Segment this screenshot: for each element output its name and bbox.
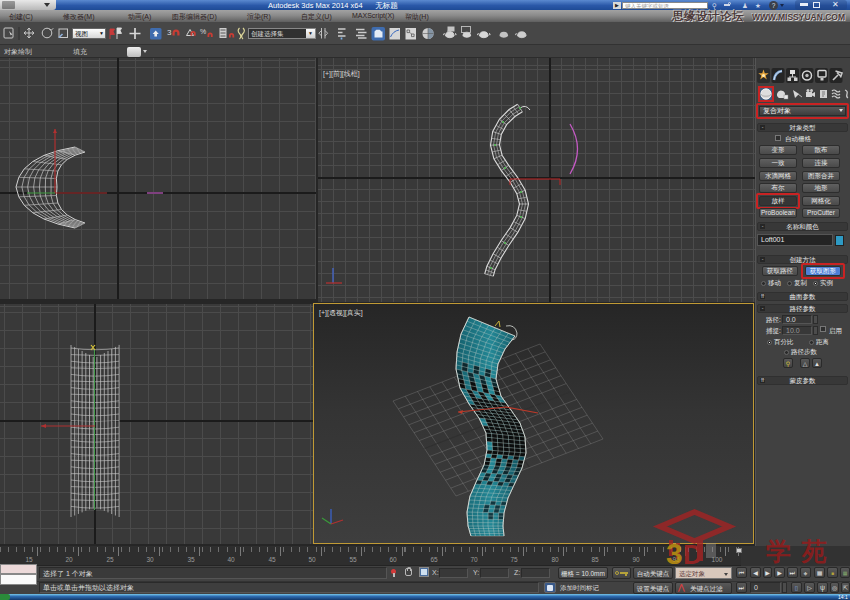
svg-text:%: % (200, 28, 206, 35)
svg-text:D: D (683, 540, 703, 570)
svg-text:3: 3 (167, 28, 172, 37)
svg-text:3: 3 (666, 537, 683, 570)
